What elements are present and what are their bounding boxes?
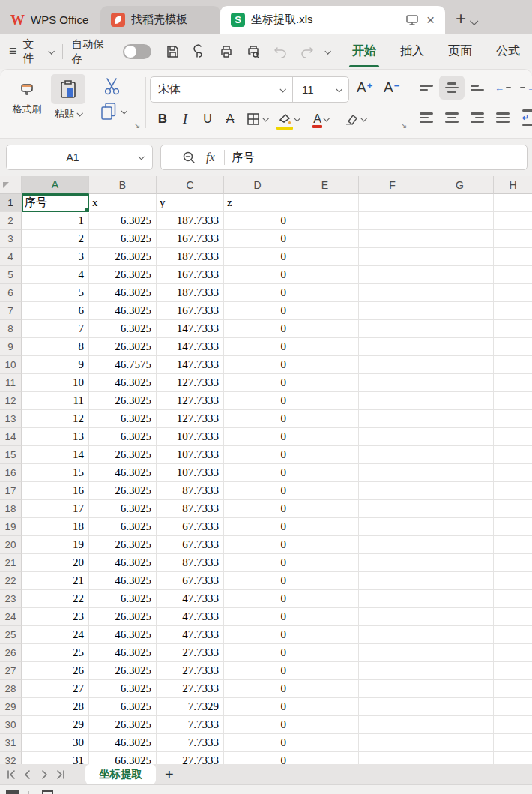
cell-E15[interactable] bbox=[291, 446, 359, 464]
tab-list-chevron-icon[interactable] bbox=[470, 17, 478, 25]
cell-H7[interactable] bbox=[494, 302, 532, 320]
cell-B21[interactable]: 46.3025 bbox=[89, 554, 157, 572]
cell-E2[interactable] bbox=[291, 212, 359, 230]
cell-F14[interactable] bbox=[359, 428, 426, 446]
cell-G2[interactable] bbox=[426, 212, 494, 230]
app-tab-wps-office[interactable]: W WPS Office bbox=[0, 6, 100, 34]
row-header-30[interactable]: 30 bbox=[0, 716, 22, 734]
print-icon[interactable] bbox=[218, 43, 235, 60]
row-header-11[interactable]: 11 bbox=[0, 374, 22, 392]
cell-F29[interactable] bbox=[359, 698, 426, 716]
cell-C27[interactable]: 27.7333 bbox=[157, 662, 224, 680]
cell-H10[interactable] bbox=[494, 356, 532, 374]
cell-F9[interactable] bbox=[359, 338, 426, 356]
cell-F13[interactable] bbox=[359, 410, 426, 428]
cell-B22[interactable]: 46.3025 bbox=[89, 572, 157, 590]
cell-B1[interactable]: x bbox=[89, 194, 157, 212]
cell-F16[interactable] bbox=[359, 464, 426, 482]
cell-C12[interactable]: 127.7333 bbox=[157, 392, 224, 410]
align-top-button[interactable] bbox=[414, 76, 439, 100]
cell-C4[interactable]: 187.7333 bbox=[157, 248, 224, 266]
file-menu[interactable]: 文件 bbox=[23, 37, 44, 66]
column-header-A[interactable]: A bbox=[22, 176, 89, 194]
row-header-14[interactable]: 14 bbox=[0, 428, 22, 446]
wrap-text-button[interactable]: ↵ bbox=[516, 106, 532, 130]
cell-A8[interactable]: 7 bbox=[22, 320, 89, 338]
last-sheet-icon[interactable] bbox=[52, 769, 69, 780]
cell-C24[interactable]: 47.7333 bbox=[157, 608, 224, 626]
row-header-9[interactable]: 9 bbox=[0, 338, 22, 356]
insert-function-icon[interactable]: fx bbox=[206, 151, 215, 164]
column-header-D[interactable]: D bbox=[224, 176, 291, 194]
cell-H30[interactable] bbox=[494, 716, 532, 734]
cell-D17[interactable]: 0 bbox=[224, 482, 291, 500]
cell-F31[interactable] bbox=[359, 734, 426, 752]
cell-E8[interactable] bbox=[291, 320, 359, 338]
undo-icon[interactable] bbox=[272, 43, 288, 60]
cell-A10[interactable]: 9 bbox=[22, 356, 89, 374]
row-header-27[interactable]: 27 bbox=[0, 662, 22, 680]
cell-F21[interactable] bbox=[359, 554, 426, 572]
row-header-22[interactable]: 22 bbox=[0, 572, 22, 590]
borders-button[interactable] bbox=[241, 108, 271, 130]
row-header-20[interactable]: 20 bbox=[0, 536, 22, 554]
cell-A15[interactable]: 14 bbox=[22, 446, 89, 464]
increase-font-button[interactable]: A+ bbox=[357, 79, 372, 96]
cell-C7[interactable]: 167.7333 bbox=[157, 302, 224, 320]
cell-F26[interactable] bbox=[359, 644, 426, 662]
redo-icon[interactable] bbox=[299, 43, 315, 60]
cell-A23[interactable]: 22 bbox=[22, 590, 89, 608]
cell-H1[interactable] bbox=[494, 194, 532, 212]
row-header-17[interactable]: 17 bbox=[0, 482, 22, 500]
print-preview-icon[interactable] bbox=[245, 43, 262, 60]
cell-G9[interactable] bbox=[426, 338, 494, 356]
row-header-29[interactable]: 29 bbox=[0, 698, 22, 716]
cell-B15[interactable]: 26.3025 bbox=[89, 446, 157, 464]
underline-button[interactable]: U bbox=[196, 108, 219, 130]
cell-E29[interactable] bbox=[291, 698, 359, 716]
align-bottom-button[interactable] bbox=[465, 76, 490, 100]
hamburger-menu-icon[interactable]: ≡ bbox=[9, 43, 17, 59]
cell-B12[interactable]: 26.3025 bbox=[89, 392, 157, 410]
cell-D29[interactable]: 0 bbox=[224, 698, 291, 716]
cell-E26[interactable] bbox=[291, 644, 359, 662]
cell-E3[interactable] bbox=[291, 230, 359, 248]
cell-D15[interactable]: 0 bbox=[224, 446, 291, 464]
cell-F12[interactable] bbox=[359, 392, 426, 410]
new-tab-button[interactable]: + bbox=[456, 10, 466, 28]
cell-A1[interactable]: 序号 bbox=[22, 194, 89, 212]
row-header-3[interactable]: 3 bbox=[0, 230, 22, 248]
cell-A16[interactable]: 15 bbox=[22, 464, 89, 482]
cell-E25[interactable] bbox=[291, 626, 359, 644]
cell-B6[interactable]: 46.3025 bbox=[89, 284, 157, 302]
cell-H3[interactable] bbox=[494, 230, 532, 248]
formula-input[interactable]: fx 序号 bbox=[160, 145, 528, 170]
row-header-2[interactable]: 2 bbox=[0, 212, 22, 230]
font-size-chevron-icon[interactable] bbox=[336, 86, 342, 92]
cell-F7[interactable] bbox=[359, 302, 426, 320]
cell-H32[interactable] bbox=[494, 752, 532, 764]
cell-C18[interactable]: 87.7333 bbox=[157, 500, 224, 518]
cell-D21[interactable]: 0 bbox=[224, 554, 291, 572]
cell-D23[interactable]: 0 bbox=[224, 590, 291, 608]
cell-G3[interactable] bbox=[426, 230, 494, 248]
cell-A7[interactable]: 6 bbox=[22, 302, 89, 320]
cell-C21[interactable]: 87.7333 bbox=[157, 554, 224, 572]
cell-E31[interactable] bbox=[291, 734, 359, 752]
font-name-select[interactable]: 宋体 bbox=[151, 82, 280, 97]
cell-C3[interactable]: 167.7333 bbox=[157, 230, 224, 248]
cell-D4[interactable]: 0 bbox=[224, 248, 291, 266]
align-right-button[interactable] bbox=[465, 106, 490, 130]
document-tab-active[interactable]: S 坐标提取.xls × bbox=[220, 6, 445, 34]
cell-F3[interactable] bbox=[359, 230, 426, 248]
cell-D10[interactable]: 0 bbox=[224, 356, 291, 374]
cell-H24[interactable] bbox=[494, 608, 532, 626]
file-menu-chevron-icon[interactable] bbox=[48, 48, 54, 54]
cell-D25[interactable]: 0 bbox=[224, 626, 291, 644]
cell-F17[interactable] bbox=[359, 482, 426, 500]
cell-A25[interactable]: 24 bbox=[22, 626, 89, 644]
cell-D12[interactable]: 0 bbox=[224, 392, 291, 410]
cell-F18[interactable] bbox=[359, 500, 426, 518]
row-header-5[interactable]: 5 bbox=[0, 266, 22, 284]
italic-button[interactable]: I bbox=[174, 108, 196, 130]
